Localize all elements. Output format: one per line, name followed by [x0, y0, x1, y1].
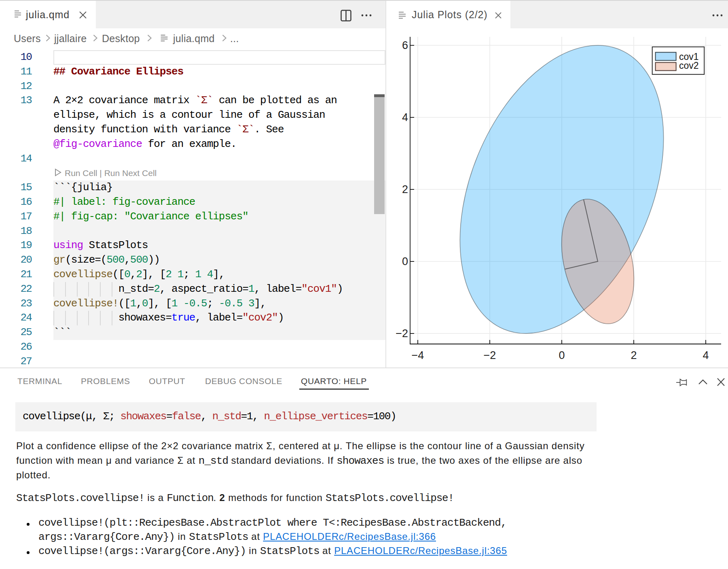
svg-text:4: 4	[703, 349, 709, 361]
svg-text:2: 2	[631, 349, 637, 361]
svg-text:4: 4	[402, 111, 408, 123]
svg-text:6: 6	[402, 39, 408, 51]
svg-text:2: 2	[402, 183, 408, 195]
svg-text:0: 0	[402, 255, 408, 268]
svg-text:−4: −4	[412, 349, 424, 361]
svg-text:−2: −2	[484, 349, 496, 361]
svg-text:cov2: cov2	[679, 60, 699, 71]
svg-text:−2: −2	[396, 327, 408, 340]
svg-text:0: 0	[559, 349, 565, 361]
